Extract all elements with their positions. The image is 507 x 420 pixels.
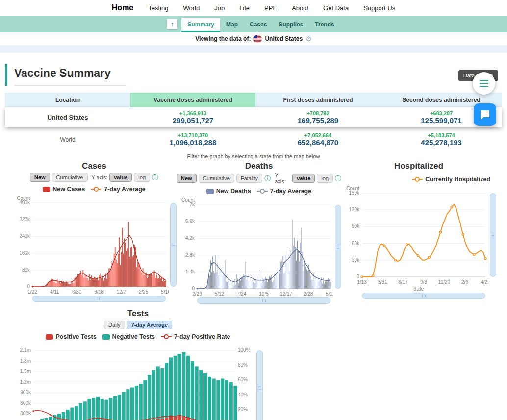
- cases-plot[interactable]: 080k160k240k320k400kCount1/224/116/309/1…: [12, 195, 169, 296]
- title-accent-bar: [5, 64, 7, 86]
- us-flag-icon: [254, 35, 262, 43]
- cases-y-range-slider[interactable]: [170, 203, 177, 287]
- svg-text:7/24: 7/24: [237, 291, 247, 296]
- col-first-doses[interactable]: First doses administered: [255, 93, 380, 107]
- row-location: United States: [5, 114, 130, 121]
- svg-text:2/29: 2/29: [192, 291, 202, 296]
- hospitalized-chart: Hospitalized Currently Hospitalized 030k…: [341, 161, 496, 304]
- hospitalized-y-range-slider[interactable]: [490, 193, 496, 277]
- deaths-y-range-slider[interactable]: [335, 205, 341, 289]
- deaths-plot[interactable]: 01.4k2.8k4.2k5.6k7kCount2/295/127/2410/5…: [177, 197, 333, 297]
- cases-chart: Cases New Cumulative Y-axis: value log ⓘ…: [12, 161, 177, 304]
- svg-text:12/17: 12/17: [280, 291, 292, 296]
- total-value: 299,051,727: [130, 116, 255, 124]
- svg-text:1.8m: 1.8m: [20, 358, 31, 364]
- svg-text:6/30: 6/30: [72, 289, 82, 295]
- change-value: +7,052,664: [255, 132, 380, 138]
- legend-label: New Cases: [52, 186, 85, 193]
- hospitalized-x-range-slider[interactable]: [362, 293, 485, 299]
- svg-text:3/31: 3/31: [378, 279, 387, 285]
- nav-item-world[interactable]: World: [183, 4, 200, 12]
- tab-trends[interactable]: Trends: [309, 18, 340, 32]
- table-header: Location Vaccine doses administered Firs…: [5, 93, 502, 107]
- legend-swatch: [43, 187, 50, 192]
- menu-button[interactable]: [473, 72, 495, 95]
- nav-item-about[interactable]: About: [292, 4, 308, 12]
- legend-swatch: [206, 189, 214, 194]
- svg-text:5/12: 5/12: [215, 291, 225, 296]
- svg-text:10/5: 10/5: [259, 291, 269, 296]
- svg-text:2.8k: 2.8k: [185, 252, 195, 258]
- cases-controls: New Cumulative Y-axis: value log ⓘ: [12, 173, 177, 182]
- col-vaccine-doses[interactable]: Vaccine doses administered: [130, 93, 255, 107]
- svg-text:300k: 300k: [20, 411, 31, 416]
- svg-text:40%: 40%: [238, 392, 248, 397]
- viewing-label: Viewing the data of:: [195, 35, 251, 42]
- table-row-world[interactable]: World +13,710,370 1,096,018,288 +7,052,6…: [5, 129, 502, 149]
- nav-item-life[interactable]: Life: [239, 4, 250, 12]
- tests-y-range-slider[interactable]: [256, 350, 263, 420]
- nav-item-get-data[interactable]: Get Data: [323, 4, 349, 12]
- deaths-toggle-new[interactable]: New: [177, 174, 197, 183]
- x-axis-title: date: [341, 286, 496, 292]
- tests-controls: Daily 7-day Average: [12, 320, 264, 330]
- chart-title: Tests: [12, 309, 264, 319]
- total-value: 425,278,193: [380, 138, 502, 147]
- change-value: +13,710,370: [130, 132, 255, 138]
- svg-text:80%: 80%: [238, 362, 248, 368]
- col-location[interactable]: Location: [5, 93, 130, 107]
- tab-summary[interactable]: Summary: [181, 18, 220, 32]
- hospitalized-plot[interactable]: 030k60k90k120k150kCount1/133/316/179/311…: [341, 185, 488, 286]
- nav-item-testing[interactable]: Testing: [148, 4, 168, 12]
- deaths-toggle-fatality[interactable]: Fatality: [236, 174, 262, 183]
- chat-button[interactable]: [474, 103, 496, 126]
- legend-line-marker: [91, 189, 101, 190]
- info-icon[interactable]: ⓘ: [264, 175, 271, 182]
- table-row-united-states[interactable]: United States +1,365,913 299,051,727 +70…: [5, 107, 502, 127]
- up-arrow-icon[interactable]: ↑: [167, 19, 177, 29]
- info-icon[interactable]: ⓘ: [152, 174, 158, 181]
- deaths-toggle-cumulative[interactable]: Cumulative: [199, 174, 234, 183]
- deaths-yaxis-log[interactable]: log: [317, 174, 333, 183]
- tests-toggle-daily[interactable]: Daily: [104, 321, 125, 329]
- svg-text:11/20: 11/20: [438, 279, 451, 285]
- nav-item-ppe[interactable]: PPE: [264, 4, 277, 12]
- svg-text:2/25: 2/25: [139, 289, 149, 295]
- nav-item-support-us[interactable]: Support Us: [363, 4, 395, 12]
- divider-band: [0, 45, 507, 53]
- deaths-yaxis-value[interactable]: value: [292, 174, 315, 183]
- svg-text:4/11: 4/11: [50, 289, 59, 295]
- legend-swatch: [102, 334, 110, 340]
- deaths-legend: New Deaths 7-day Average: [177, 187, 341, 196]
- svg-text:4.2k: 4.2k: [185, 235, 195, 241]
- svg-text:30k: 30k: [352, 257, 360, 263]
- tab-cases[interactable]: Cases: [244, 18, 273, 32]
- svg-text:90k: 90k: [352, 223, 360, 229]
- cases-yaxis-value[interactable]: value: [109, 173, 132, 182]
- gear-icon[interactable]: ⚙: [305, 35, 312, 43]
- first-doses-cell: +7,052,664 652,864,870: [255, 132, 380, 147]
- change-value: +5,183,574: [380, 132, 502, 138]
- info-icon[interactable]: ⓘ: [335, 175, 341, 182]
- tests-toggle-7day-average[interactable]: 7-day Average: [127, 321, 172, 329]
- deaths-x-range-slider[interactable]: [197, 297, 330, 304]
- cases-yaxis-log[interactable]: log: [134, 173, 150, 182]
- svg-text:0: 0: [27, 284, 30, 289]
- legend-label: 7-day Average: [270, 188, 312, 195]
- cases-x-range-slider[interactable]: [32, 296, 166, 302]
- svg-text:0: 0: [192, 286, 195, 291]
- svg-text:1/22: 1/22: [27, 289, 37, 295]
- svg-text:Count: Count: [17, 196, 30, 201]
- vaccine-doses-cell: +13,710,370 1,096,018,288: [130, 132, 255, 147]
- svg-text:1/13: 1/13: [357, 279, 367, 285]
- svg-text:2/6: 2/6: [461, 279, 468, 285]
- cases-toggle-cumulative[interactable]: Cumulative: [52, 173, 88, 182]
- svg-text:60k: 60k: [352, 241, 360, 246]
- cases-toggle-new[interactable]: New: [30, 173, 50, 182]
- nav-item-home[interactable]: Home: [112, 3, 133, 12]
- tests-plot[interactable]: 0300k600k900k1.2m1.5m1.8m2.1m0%20%40%60%…: [12, 343, 255, 420]
- tab-map[interactable]: Map: [220, 18, 244, 32]
- tab-supplies[interactable]: Supplies: [273, 18, 309, 32]
- nav-item-job[interactable]: Job: [214, 4, 225, 12]
- svg-text:4/25: 4/25: [481, 279, 488, 285]
